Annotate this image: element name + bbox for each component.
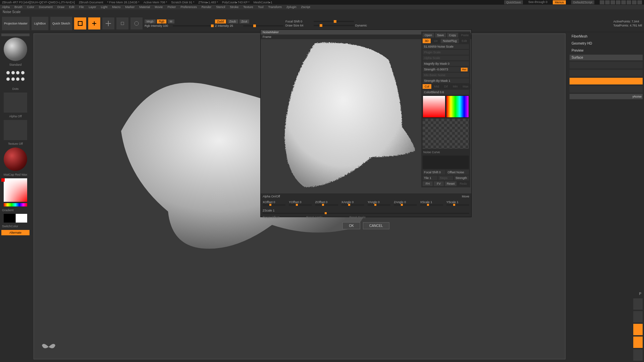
- icon-5[interactable]: [621, 0, 626, 4]
- dark-slot-1[interactable]: [570, 62, 643, 68]
- reset-offset-button[interactable]: Reset Offset: [263, 216, 279, 219]
- solo-icon[interactable]: [633, 337, 643, 348]
- surface-menu[interactable]: Surface: [570, 55, 643, 60]
- menu-material[interactable]: Material: [139, 5, 150, 9]
- texture-slot[interactable]: [4, 120, 27, 140]
- menu-light[interactable]: Light: [101, 5, 108, 9]
- alpha-toggle[interactable]: Alpha On/Off: [263, 195, 280, 198]
- zsub-button[interactable]: Zsub: [227, 19, 238, 23]
- strength2-slider[interactable]: Strength: [454, 176, 469, 180]
- reset-button[interactable]: Reset: [445, 181, 457, 186]
- projection-master-button[interactable]: Projection Master: [2, 17, 30, 30]
- color-picker-b[interactable]: [446, 96, 469, 118]
- yoffset-slider[interactable]: YOffset 0: [289, 200, 301, 204]
- menu-marker[interactable]: Marker: [125, 5, 135, 9]
- colorblend-slider[interactable]: ColorBlend 0.6: [423, 90, 469, 95]
- history-bar[interactable]: [1, 34, 30, 36]
- hue-strip[interactable]: [4, 203, 27, 206]
- save-button[interactable]: Save: [435, 33, 446, 38]
- xoffset-slider[interactable]: XOffset 0: [263, 200, 275, 204]
- menu-zplugin[interactable]: Zplugin: [286, 5, 297, 9]
- draw-size-label[interactable]: Draw Size 64: [285, 24, 312, 27]
- strength-mask-slider[interactable]: Strength By Mask 1: [423, 78, 469, 83]
- focal-shift2-slider[interactable]: Focal Shift 0: [423, 170, 445, 175]
- col-button[interactable]: Col: [423, 84, 431, 89]
- brush-preview[interactable]: [4, 38, 27, 61]
- zcut-button[interactable]: Zcut: [239, 19, 250, 23]
- orange-slot[interactable]: [570, 78, 643, 84]
- min-button[interactable]: Min: [451, 84, 460, 89]
- apply-noise-button[interactable]: yNoise: [570, 94, 643, 99]
- noise-curve-editor[interactable]: [423, 156, 469, 169]
- noise-scale-slider[interactable]: 51.69959 Noise Scale: [423, 44, 469, 49]
- icon-3[interactable]: [610, 0, 615, 4]
- icon-4[interactable]: [616, 0, 621, 4]
- ghost-icon[interactable]: [633, 324, 643, 335]
- menu-macro[interactable]: Macro: [112, 5, 120, 9]
- dif-button[interactable]: Dif: [442, 84, 450, 89]
- menu-layer[interactable]: Layer: [89, 5, 96, 9]
- gradient-label[interactable]: Gradient: [1, 208, 30, 213]
- edit-button[interactable]: Edit: [460, 39, 469, 43]
- menu-file[interactable]: File: [79, 5, 84, 9]
- color-corner-icon[interactable]: [1, 178, 5, 182]
- draw-mode-button[interactable]: [88, 17, 100, 29]
- menu-render[interactable]: Render: [202, 5, 212, 9]
- alpha-slot[interactable]: [4, 93, 27, 113]
- icon-1[interactable]: [600, 0, 604, 4]
- open-button[interactable]: Open: [423, 33, 434, 38]
- rgb-intensity-label[interactable]: Rgb Intensity 100: [145, 24, 171, 27]
- default-script[interactable]: DefaultZScript: [571, 0, 594, 4]
- fv-button[interactable]: FV: [434, 181, 444, 186]
- menu-texture[interactable]: Texture: [243, 5, 253, 9]
- menu-brush[interactable]: Brush: [14, 5, 22, 9]
- maximize-icon[interactable]: [632, 0, 637, 4]
- focal-shift-slider[interactable]: [314, 21, 354, 22]
- edit-mode-button[interactable]: [74, 17, 86, 29]
- magnify-slider[interactable]: Magnify By Mask 0: [423, 61, 469, 66]
- uv-button[interactable]: Uv: [432, 39, 440, 43]
- xangle-slider[interactable]: XAngle 0: [341, 200, 354, 204]
- yscale-slider[interactable]: YScale 1: [446, 200, 459, 204]
- steps-slider[interactable]: Steps: [438, 176, 453, 180]
- checker-preview[interactable]: [423, 119, 469, 149]
- m-button[interactable]: M: [168, 19, 174, 23]
- redo-button[interactable]: Redo: [458, 181, 469, 186]
- swatch-white[interactable]: [16, 214, 27, 223]
- mix-basic-slider[interactable]: Mix Basic Noise: [423, 73, 469, 77]
- copy-button[interactable]: Copy: [447, 33, 458, 38]
- menu-preferences[interactable]: Preferences: [180, 5, 197, 9]
- minimize-icon[interactable]: [627, 0, 631, 4]
- strength-slider[interactable]: Strength -0.00073Rel: [423, 67, 469, 72]
- menus-toggle[interactable]: Menus: [553, 0, 566, 4]
- plugin-scale-slider[interactable]: Plugin Scale: [423, 50, 469, 55]
- max-button[interactable]: Max: [461, 84, 471, 89]
- menu-draw[interactable]: Draw: [57, 5, 64, 9]
- frame-button[interactable]: Frame: [263, 35, 271, 39]
- z-intensity-slider[interactable]: [243, 25, 283, 26]
- menu-stroke[interactable]: Stroke: [230, 5, 238, 9]
- menu-tool[interactable]: Tool: [258, 5, 264, 9]
- move-button[interactable]: Move: [462, 195, 469, 198]
- quicksketch-button[interactable]: Quick Sketch: [50, 17, 72, 30]
- seethrough-slider[interactable]: See-through 0: [528, 0, 547, 4]
- lightbox-button[interactable]: LightBox: [32, 17, 48, 30]
- dark-slot-3[interactable]: [570, 86, 643, 93]
- fibermesh-menu[interactable]: FiberMesh: [570, 34, 643, 39]
- menu-movie[interactable]: Movie: [155, 5, 163, 9]
- zoffset-slider[interactable]: ZOffset 0: [315, 200, 328, 204]
- cancel-button[interactable]: CANCEL: [363, 222, 389, 229]
- alternate-button[interactable]: Alternate: [1, 230, 30, 235]
- mid-button[interactable]: Mid: [432, 84, 441, 89]
- close-icon[interactable]: [637, 0, 642, 4]
- geometry-hd-menu[interactable]: Geometry HD: [570, 41, 643, 46]
- paste-button[interactable]: Paste: [459, 33, 471, 38]
- fh-button[interactable]: FH: [423, 181, 433, 186]
- icon-2[interactable]: [605, 0, 610, 4]
- menu-alpha[interactable]: Alpha: [2, 5, 10, 9]
- rgb-intensity-slider[interactable]: [173, 25, 213, 26]
- switch-color-button[interactable]: SwitchColor: [1, 224, 30, 229]
- menu-color[interactable]: Color: [27, 5, 35, 9]
- zadd-button[interactable]: Zadd: [215, 19, 226, 23]
- stroke-preview[interactable]: [4, 68, 27, 85]
